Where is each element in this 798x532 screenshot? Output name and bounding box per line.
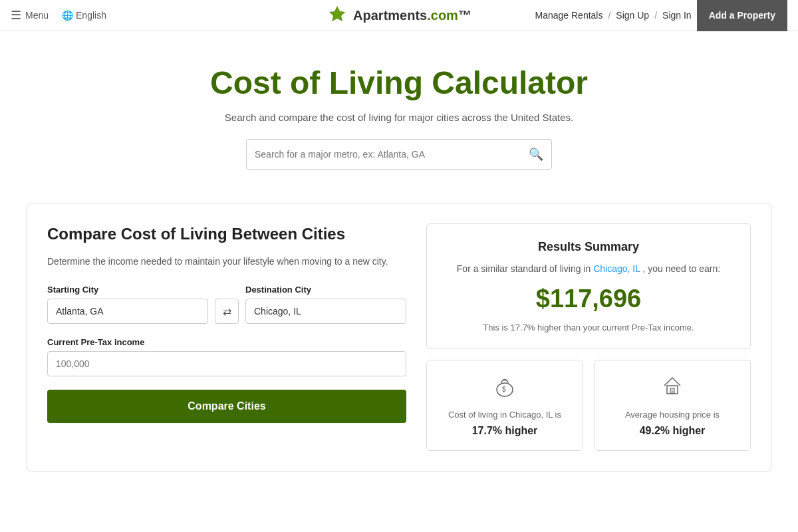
starting-city-input[interactable] [47, 299, 208, 324]
compare-heading: Compare Cost of Living Between Cities [47, 223, 406, 244]
sign-in-link[interactable]: Sign In [662, 10, 692, 21]
income-input[interactable] [47, 351, 406, 376]
logo-text: Apartments.com™ [353, 8, 471, 23]
search-input[interactable] [255, 149, 529, 160]
results-desc: For a similar standard of living in Chic… [443, 263, 734, 274]
compare-cities-button[interactable]: Compare Cities [47, 390, 406, 423]
stat-housing-label: Average housing price is [605, 409, 739, 421]
results-title: Results Summary [443, 240, 734, 254]
housing-icon: $ [605, 374, 739, 402]
stat-cost-value: 17.7% higher [438, 425, 572, 437]
sign-up-link[interactable]: Sign Up [616, 10, 649, 21]
manage-rentals-link[interactable]: Manage Rentals [535, 10, 603, 21]
language-label[interactable]: English [76, 10, 106, 21]
income-label: Current Pre-Tax income [47, 337, 406, 347]
hamburger-icon[interactable]: ☰ [11, 8, 21, 23]
cost-icon: $ [438, 374, 572, 402]
nav-separator2: / [654, 10, 657, 21]
compare-form-panel: Compare Cost of Living Between Cities De… [47, 223, 406, 451]
stat-card-cost: $ Cost of living in Chicago, IL is 17.7%… [426, 360, 583, 451]
stat-housing-value: 49.2% higher [605, 425, 739, 437]
globe-icon: 🌐 [62, 10, 73, 21]
svg-text:$: $ [502, 386, 506, 393]
results-panel: Results Summary For a similar standard o… [426, 223, 751, 451]
search-box: 🔍 [246, 139, 552, 170]
destination-city-label: Destination City [245, 285, 406, 295]
add-property-button[interactable]: Add a Property [697, 0, 787, 31]
results-summary-card: Results Summary For a similar standard o… [426, 223, 751, 349]
swap-cities-button[interactable]: ⇄ [215, 299, 239, 324]
compare-description: Determine the income needed to maintain … [47, 255, 406, 269]
results-city-link[interactable]: Chicago, IL [593, 263, 640, 274]
nav-separator: / [608, 10, 610, 21]
stat-card-housing: $ Average housing price is 49.2% higher [594, 360, 751, 451]
results-note: This is 17.7% higher than your current P… [443, 323, 734, 332]
results-amount: $117,696 [443, 285, 734, 313]
hero-subtitle: Search and compare the cost of living fo… [13, 112, 785, 123]
stat-cost-label: Cost of living in Chicago, IL is [438, 409, 572, 421]
swap-icon: ⇄ [223, 305, 231, 318]
navbar: ☰ Menu 🌐 English Apartments.com™ Manage … [0, 0, 798, 31]
starting-city-label: Starting City [47, 285, 208, 295]
stats-row: $ Cost of living in Chicago, IL is 17.7%… [426, 360, 751, 451]
hero-section: Cost of Living Calculator Search and com… [0, 31, 798, 190]
main-card: Compare Cost of Living Between Cities De… [27, 203, 771, 471]
destination-city-input[interactable] [245, 299, 406, 324]
page-title: Cost of Living Calculator [13, 65, 785, 101]
svg-text:$: $ [671, 389, 674, 394]
menu-label[interactable]: Menu [25, 10, 49, 21]
search-button[interactable]: 🔍 [529, 147, 543, 162]
results-desc-suffix: , you need to earn: [642, 263, 720, 274]
site-logo[interactable]: Apartments.com™ [327, 5, 471, 26]
results-desc-prefix: For a similar standard of living in [457, 263, 591, 274]
